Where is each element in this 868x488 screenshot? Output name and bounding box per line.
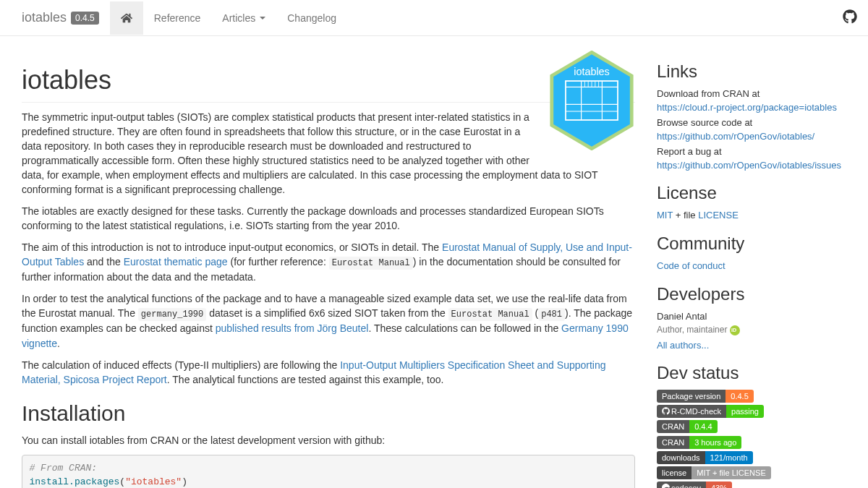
link-all-authors[interactable]: All authors... — [657, 340, 709, 351]
codecov-icon — [662, 484, 670, 488]
link-eurostat-thematic[interactable]: Eurostat thematic page — [124, 256, 228, 267]
links-heading: Links — [657, 61, 846, 82]
list-item: All authors... — [657, 339, 846, 353]
code-inline: p481 — [538, 308, 565, 321]
sidebar: Links Download from CRAN athttps://cloud… — [657, 51, 846, 488]
package-logo: iotables — [548, 51, 635, 150]
developers-heading: Developers — [657, 284, 846, 304]
navbar: iotables 0.4.5 Reference Articles Change… — [0, 0, 868, 36]
badge-package-version[interactable]: Package version0.4.5 — [657, 390, 754, 403]
list-item: MIT + file LICENSE — [657, 209, 846, 223]
devstatus-heading: Dev status — [657, 363, 846, 383]
install-code-block: # From CRAN: install.packages("iotables"… — [22, 455, 635, 488]
dev-name: Daniel Antal — [657, 311, 707, 322]
link-cran[interactable]: https://cloud.r-project.org/package=iota… — [657, 102, 837, 113]
nav-changelog[interactable]: Changelog — [276, 1, 347, 35]
link-bugs[interactable]: https://github.com/rOpenGov/iotables/iss… — [657, 160, 841, 171]
list-item: Code of conduct — [657, 260, 846, 273]
nav-reference[interactable]: Reference — [143, 1, 212, 35]
nav-github[interactable] — [843, 9, 857, 26]
installation-title: Installation — [22, 401, 635, 426]
list-item: Download from CRAN athttps://cloud.r-pro… — [657, 87, 846, 114]
github-icon — [843, 9, 857, 24]
dev-role: Author, maintainer — [657, 325, 727, 335]
intro-paragraph-4: In order to test the analytical function… — [22, 291, 635, 350]
caret-down-icon — [260, 17, 265, 20]
intro-paragraph-2: The iotables are exactly designed for th… — [22, 204, 635, 233]
version-badge: 0.4.5 — [71, 12, 99, 25]
badge-downloads[interactable]: downloads121/month — [657, 451, 753, 464]
code-inline: germany_1990 — [138, 308, 206, 321]
intro-paragraph-5: The calculation of induced effects (Type… — [22, 358, 635, 387]
home-icon — [121, 12, 132, 24]
page-title: iotables — [22, 65, 635, 103]
orcid-icon[interactable] — [730, 325, 740, 335]
intro-paragraph-3: The aim of this introduction is not to i… — [22, 240, 635, 284]
code-inline: Eurostat Manual — [329, 257, 413, 270]
brand-text: iotables — [22, 10, 67, 25]
badge-codecov[interactable]: codecov43% — [657, 481, 732, 488]
community-heading: Community — [657, 234, 846, 254]
nav-articles[interactable]: Articles — [211, 1, 276, 35]
intro-paragraph-1: The symmetric input-output tables (SIOTs… — [22, 110, 635, 197]
github-icon — [662, 407, 670, 415]
link-mit[interactable]: MIT — [657, 210, 673, 221]
badge-cran-version[interactable]: CRAN0.4.4 — [657, 420, 718, 433]
license-heading: License — [657, 183, 846, 203]
nav-home[interactable] — [110, 1, 143, 35]
list-item: Daniel Antal Author, maintainer — [657, 310, 846, 337]
list-item: Report a bug athttps://github.com/rOpenG… — [657, 145, 846, 172]
main-content: iotables iotables The symmetric input-ou… — [22, 51, 635, 488]
svg-text:iotables: iotables — [574, 66, 610, 77]
link-source[interactable]: https://github.com/rOpenGov/iotables/ — [657, 131, 814, 142]
badge-cran-time[interactable]: CRAN3 hours ago — [657, 436, 741, 449]
code-inline: Eurostat Manual — [448, 308, 532, 321]
badge-rcmd-check[interactable]: R-CMD-checkpassing — [657, 405, 764, 418]
link-beutel[interactable]: published results from Jörg Beutel — [216, 322, 369, 334]
link-coc[interactable]: Code of conduct — [657, 260, 726, 271]
navbar-brand[interactable]: iotables 0.4.5 — [11, 0, 110, 36]
list-item: Browse source code athttps://github.com/… — [657, 116, 846, 143]
install-intro: You can install iotables from CRAN or th… — [22, 433, 635, 448]
link-license-file[interactable]: LICENSE — [698, 210, 739, 221]
badge-license[interactable]: licenseMIT + file LICENSE — [657, 466, 771, 479]
